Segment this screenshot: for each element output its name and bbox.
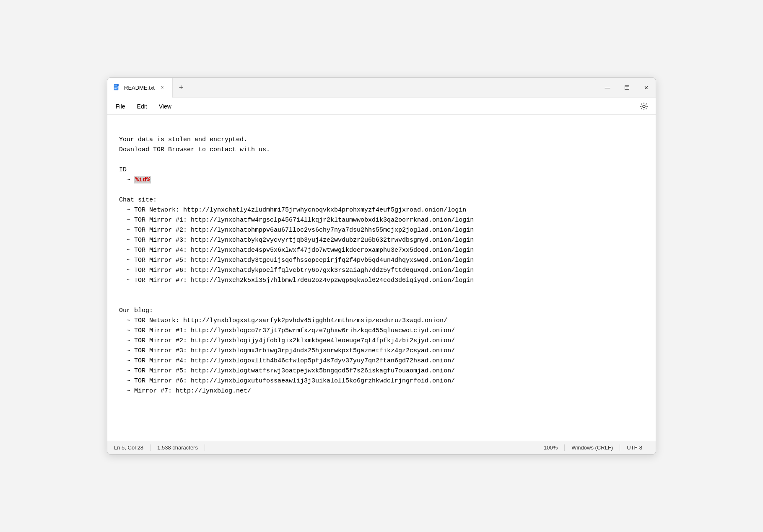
- new-tab-button[interactable]: +: [173, 78, 189, 98]
- list-item: ~ TOR Network: http://lynxblogxstgzsarfy…: [119, 317, 447, 324]
- title-bar-left: README.txt × +: [107, 78, 598, 98]
- list-item: ~ TOR Mirror #3: http://lynxchatbykq2vyc…: [119, 237, 474, 244]
- list-item: ~ TOR Network: http://lynxchatly4zludmhm…: [119, 207, 466, 214]
- title-bar: README.txt × + — 🗖 ✕: [107, 78, 656, 98]
- blog-links: ~ TOR Network: http://lynxblogxstgzsarfy…: [119, 316, 644, 396]
- zoom-level: 100%: [537, 444, 565, 451]
- line2: Download TOR Browser to contact with us.: [119, 146, 270, 153]
- status-bar: Ln 5, Col 28 1,538 characters 100% Windo…: [107, 441, 656, 454]
- list-item: ~ TOR Mirror #5: http://lynxchatdy3tgcui…: [119, 257, 474, 264]
- list-item: ~ TOR Mirror #2: http://lynxchatohmppv6a…: [119, 227, 474, 234]
- menu-edit[interactable]: Edit: [132, 101, 152, 111]
- menu-bar: File Edit View: [107, 98, 656, 115]
- tab-title: README.txt: [124, 85, 155, 91]
- minimize-button[interactable]: —: [598, 78, 617, 98]
- menu-items: File Edit View: [111, 101, 176, 111]
- menu-view[interactable]: View: [154, 101, 176, 111]
- svg-rect-5: [114, 88, 117, 89]
- intro-text: Your data is stolen and encrypted. Downl…: [119, 125, 644, 205]
- chat-header: Chat site:: [119, 196, 157, 204]
- list-item: ~ TOR Mirror #2: http://lynxblogijy4jfob…: [119, 337, 455, 344]
- gear-icon: [640, 102, 648, 111]
- blog-header: Our blog:: [119, 307, 153, 314]
- list-item: ~ TOR Mirror #6: http://lynxchatdykpoelf…: [119, 267, 474, 274]
- svg-rect-6: [117, 84, 119, 86]
- window-controls: — 🗖 ✕: [598, 78, 656, 98]
- list-item: ~ TOR Mirror #1: http://lynxblogco7r37jt…: [119, 327, 455, 334]
- main-window: README.txt × + — 🗖 ✕ File Edit View Your…: [107, 77, 656, 455]
- menu-file[interactable]: File: [111, 101, 130, 111]
- svg-point-7: [643, 105, 645, 108]
- list-item: ~ TOR Mirror #3: http://lynxblogmx3rbiwg…: [119, 347, 455, 354]
- list-item: ~ TOR Mirror #5: http://lynxblogtwatfsrw…: [119, 367, 455, 374]
- line-ending: Windows (CRLF): [565, 444, 620, 451]
- list-item: ~ TOR Mirror #7: http://lynxch2k5xi35j7h…: [119, 277, 474, 284]
- id-value: %id%: [134, 176, 151, 183]
- line1: Your data is stolen and encrypted.: [119, 136, 247, 143]
- active-tab[interactable]: README.txt ×: [107, 78, 173, 98]
- text-content[interactable]: Your data is stolen and encrypted. Downl…: [107, 115, 656, 441]
- cursor-position: Ln 5, Col 28: [114, 444, 151, 451]
- svg-rect-3: [114, 87, 117, 87]
- encoding: UTF-8: [620, 444, 649, 451]
- blog-section: Our blog:: [119, 286, 644, 316]
- list-item: ~ TOR Mirror #4: http://lynxblogoxllth4b…: [119, 357, 455, 364]
- character-count: 1,538 characters: [151, 444, 205, 451]
- settings-button[interactable]: [636, 98, 652, 115]
- tab-close-button[interactable]: ×: [158, 83, 166, 92]
- close-button[interactable]: ✕: [636, 78, 656, 98]
- file-icon: [113, 84, 121, 91]
- svg-rect-1: [114, 85, 117, 85]
- chat-links: ~ TOR Network: http://lynxchatly4zludmhm…: [119, 205, 644, 286]
- list-item: ~ TOR Mirror #6: http://lynxblogxutufoss…: [119, 377, 455, 385]
- list-item: ~ TOR Mirror #4: http://lynxchatde4spv5x…: [119, 247, 474, 254]
- id-label: ID: [119, 166, 127, 173]
- maximize-button[interactable]: 🗖: [617, 78, 636, 98]
- svg-rect-2: [114, 86, 118, 86]
- list-item: ~ Mirror #7: http://lynxblog.net/: [119, 387, 251, 395]
- list-item: ~ TOR Mirror #1: http://lynxchatfw4rgscl…: [119, 217, 474, 224]
- svg-rect-4: [114, 88, 118, 88]
